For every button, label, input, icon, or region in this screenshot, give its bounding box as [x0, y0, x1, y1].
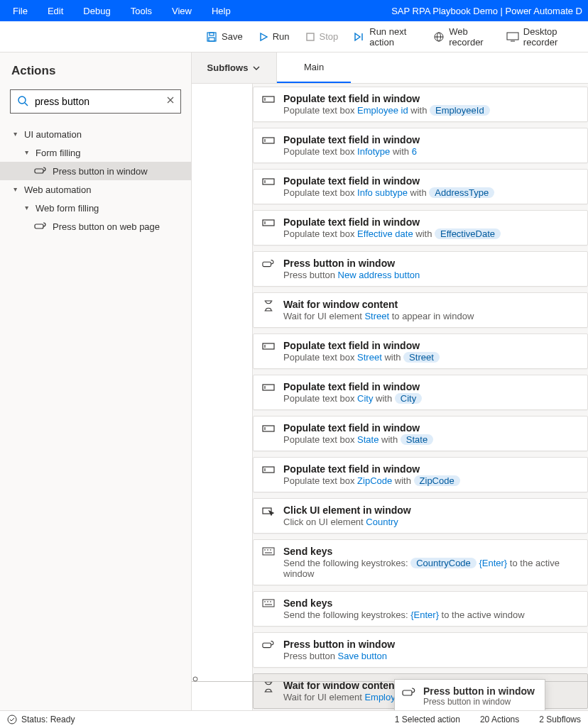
svg-rect-2 — [209, 38, 214, 41]
save-button[interactable]: Save — [199, 27, 250, 47]
step-card[interactable]: Populate text field in windowPopulate te… — [253, 333, 588, 369]
menu-debug[interactable]: Debug — [76, 3, 117, 19]
chevron-down-icon: ▸ — [23, 202, 31, 214]
step-card[interactable]: Send keysSend the following keystrokes: … — [253, 591, 588, 627]
step-title: Populate text field in window — [283, 93, 490, 104]
step-card[interactable]: Wait for window contentWait for UI eleme… — [253, 292, 588, 328]
step-card[interactable]: Populate text field in windowPopulate te… — [253, 375, 588, 410]
check-circle-icon — [7, 715, 17, 724]
step-description: Populate text box Street with Street — [283, 352, 440, 363]
step-description: Populate text box Effective date with Ef… — [283, 228, 501, 239]
menu-help[interactable]: Help — [205, 3, 238, 19]
textbox-icon — [262, 177, 275, 187]
press-icon — [262, 640, 275, 650]
wait-icon — [262, 300, 275, 311]
wait-icon — [262, 681, 275, 693]
subflows-dropdown[interactable]: Subflows — [192, 53, 277, 83]
step-card[interactable]: Populate text field in windowPopulate te… — [253, 416, 588, 451]
tree-press-button-web[interactable]: Press button on web page — [0, 217, 191, 236]
tooltip-desc: Press button in window — [423, 697, 535, 707]
actions-sidebar: Actions ▸ UI automation — [0, 53, 192, 710]
tree-web-automation[interactable]: ▸ Web automation — [0, 180, 191, 199]
clear-search-icon[interactable] — [165, 95, 175, 107]
save-icon — [206, 31, 217, 43]
svg-marker-3 — [261, 33, 267, 40]
status-subflows: 2 Subflows — [539, 715, 581, 724]
stop-icon — [305, 32, 315, 42]
tree-label: Press button on web page — [53, 221, 191, 232]
step-card[interactable]: Send keysSend the following keystrokes: … — [253, 539, 588, 585]
svg-rect-17 — [35, 224, 43, 228]
step-card[interactable]: Populate text field in windowPopulate te… — [253, 87, 588, 122]
step-card[interactable]: Press button in windowPress button Save … — [253, 632, 588, 668]
stop-label: Stop — [320, 31, 339, 42]
chevron-down-icon: ▸ — [12, 184, 20, 195]
svg-line-13 — [25, 103, 28, 106]
step-description: Wait for UI element Street to appear in … — [283, 311, 474, 321]
step-card[interactable]: Populate text field in windowPopulate te… — [253, 457, 588, 492]
step-card[interactable]: Populate text field in windowPopulate te… — [253, 169, 588, 204]
click-icon — [262, 506, 275, 516]
step-title: Populate text field in window — [283, 340, 440, 351]
menu-view[interactable]: View — [165, 3, 199, 19]
textbox-icon — [262, 465, 275, 475]
run-button[interactable]: Run — [251, 27, 297, 46]
tree-label: Press button in window — [53, 166, 191, 177]
tree-web-form-filling[interactable]: ▸ Web form filling — [0, 199, 191, 217]
step-title: Populate text field in window — [283, 175, 494, 187]
svg-rect-20 — [263, 138, 274, 143]
step-title: Populate text field in window — [283, 134, 420, 145]
textbox-icon — [262, 136, 275, 145]
menu-file[interactable]: File — [6, 3, 35, 19]
status-ready: Status: Ready — [21, 715, 75, 724]
svg-rect-31 — [263, 426, 274, 431]
press-button-icon — [34, 167, 47, 175]
svg-rect-29 — [263, 385, 274, 390]
action-tooltip: Press button in window Press button in w… — [394, 679, 545, 710]
step-description: Press button New address button — [283, 270, 420, 280]
tab-main[interactable]: Main — [277, 53, 351, 83]
menu-tools[interactable]: Tools — [124, 3, 159, 19]
step-description: Send the following keystrokes: CountryCo… — [283, 558, 579, 579]
step-icon — [354, 32, 365, 42]
step-card[interactable]: Populate text field in windowPopulate te… — [253, 210, 588, 246]
svg-rect-22 — [263, 179, 274, 184]
svg-point-12 — [18, 96, 26, 104]
press-button-icon — [402, 688, 416, 700]
step-title: Click UI element in window — [283, 504, 411, 516]
tabs-row: Subflows Main — [192, 53, 588, 84]
step-card[interactable]: Press button in windowPress button New a… — [253, 251, 588, 287]
search-input[interactable] — [10, 89, 181, 114]
desktop-recorder-button[interactable]: Desktop recorder — [499, 22, 584, 52]
step-description: Populate text box Infotype with 6 — [283, 146, 420, 157]
web-recorder-label: Web recorder — [449, 26, 491, 48]
save-label: Save — [222, 31, 243, 42]
menu-edit[interactable]: Edit — [40, 3, 70, 19]
tree-form-filling[interactable]: ▸ Form filling — [0, 143, 191, 162]
svg-rect-1 — [209, 33, 214, 35]
drop-marker — [192, 674, 199, 685]
press-button-icon — [34, 222, 47, 231]
svg-point-49 — [8, 715, 16, 724]
sidebar-title: Actions — [0, 53, 191, 89]
run-label: Run — [273, 31, 290, 42]
subflows-label: Subflows — [207, 62, 249, 73]
tree-press-button-window[interactable]: Press button in window — [0, 162, 191, 180]
step-description: Press button Save button — [283, 651, 395, 661]
tree-label: UI automation — [24, 129, 191, 140]
toolbar: Save Run Stop Run next action Web record… — [0, 21, 588, 53]
step-card[interactable]: Populate text field in windowPopulate te… — [253, 128, 588, 163]
window-title: SAP RPA Playbook Demo | Power Automate D — [391, 6, 582, 16]
run-next-button[interactable]: Run next action — [347, 22, 425, 52]
stop-button: Stop — [298, 27, 346, 46]
svg-rect-18 — [263, 96, 274, 102]
chevron-down-icon — [252, 64, 261, 72]
globe-icon — [433, 31, 445, 43]
textbox-icon — [262, 424, 275, 434]
svg-rect-33 — [263, 467, 274, 473]
step-card[interactable]: Click UI element in windowClick on UI el… — [253, 498, 588, 534]
step-title: Send keys — [283, 597, 525, 609]
web-recorder-button[interactable]: Web recorder — [426, 22, 498, 52]
tooltip-title: Press button in window — [423, 685, 535, 697]
tree-ui-automation[interactable]: ▸ UI automation — [0, 125, 191, 143]
